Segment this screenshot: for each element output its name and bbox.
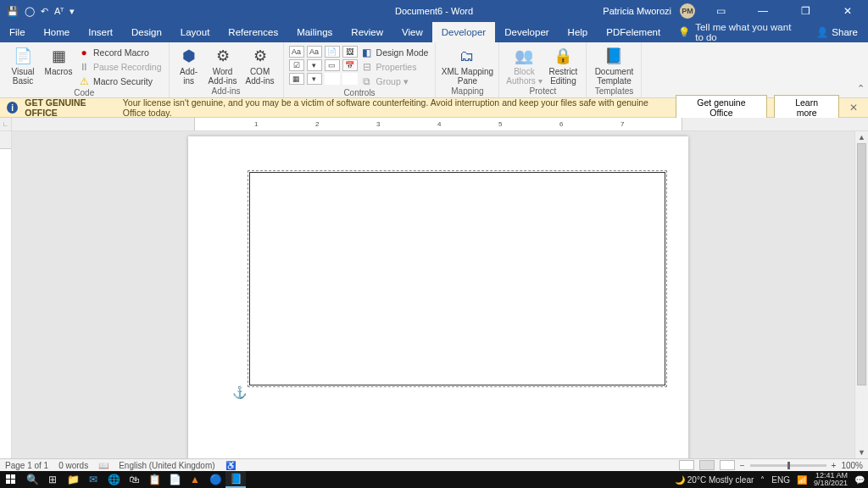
share-icon: 👤 [816,26,828,38]
pause-recording-label: Pause Recording [93,62,162,72]
tab-review[interactable]: Review [342,22,392,42]
properties-label: Properties [376,62,417,72]
addins-icon: ⬢ [179,46,199,66]
read-mode-button[interactable] [679,460,694,470]
macros-button[interactable]: ▦ Macros [42,44,75,76]
share-label: Share [832,27,858,37]
record-macro-label: Record Macro [93,47,149,58]
language-status[interactable]: English (United Kingdom) [119,461,214,470]
zoom-slider[interactable] [750,464,826,467]
user-name[interactable]: Patricia Mworozi [603,6,671,16]
record-icon: ● [78,47,90,58]
text-box-control[interactable] [248,170,667,387]
page[interactable]: ⚓ [188,136,688,458]
input-language[interactable]: ENG [771,475,790,485]
scroll-thumb[interactable] [857,143,866,385]
start-button[interactable] [0,474,22,485]
task-view-icon[interactable]: ⊞ [42,471,63,488]
store-icon[interactable]: 🛍 [124,471,144,488]
close-button[interactable]: ✕ [831,0,865,22]
minimize-button[interactable]: ― [746,0,780,22]
scroll-down-icon[interactable]: ▼ [855,446,868,458]
svg-rect-0 [6,474,10,479]
status-bar: Page 1 of 1 0 words 📖 English (United Ki… [0,458,868,471]
page-count[interactable]: Page 1 of 1 [5,461,48,470]
tab-help[interactable]: Help [559,22,598,42]
document-title: Document6 - Word [395,6,473,16]
dismiss-warning-button[interactable]: ✕ [846,102,861,114]
vlc-icon[interactable]: ▲ [185,471,205,488]
record-macro-button[interactable]: ●Record Macro [76,46,164,59]
word-count[interactable]: 0 words [58,461,88,470]
tab-view[interactable]: View [392,22,432,42]
vertical-ruler[interactable] [0,131,12,458]
app-icon-1[interactable]: 📋 [144,471,164,488]
tab-developer-2[interactable]: Developer [495,22,558,42]
system-clock[interactable]: 12:41 AM 9/18/2021 [814,472,848,487]
collapse-ribbon-button[interactable]: ⌃ [853,42,868,97]
document-template-label: Document Template [595,67,634,86]
tab-file[interactable]: File [0,22,35,42]
touch-mode-icon[interactable]: Aᵀ [54,6,64,17]
web-layout-button[interactable] [720,460,735,470]
accessibility-icon[interactable]: ♿ [225,461,236,470]
user-avatar[interactable]: PM [680,3,695,19]
get-genuine-button[interactable]: Get genuine Office [676,95,768,120]
tab-developer[interactable]: Developer [432,22,495,42]
tab-references[interactable]: References [219,22,287,42]
anchor-icon: ⚓ [232,385,247,399]
horizontal-ruler[interactable]: 1 2 3 4 5 6 7 [12,118,868,130]
tab-home[interactable]: Home [35,22,80,42]
tray-chevron-icon[interactable]: ˄ [760,475,765,485]
scroll-up-icon[interactable]: ▲ [855,131,868,143]
tab-layout[interactable]: Layout [171,22,220,42]
macros-label: Macros [45,67,73,76]
share-button[interactable]: 👤 Share [806,22,868,42]
word-taskbar-icon[interactable]: 📘 [225,471,246,488]
document-canvas[interactable]: ⚓ [12,131,854,458]
vertical-scrollbar[interactable]: ▲ ▼ [854,131,868,458]
design-mode-button[interactable]: ◧Design Mode [359,46,431,59]
chrome-icon[interactable]: 🔵 [205,471,225,488]
pause-icon: ⏸ [78,61,90,73]
com-addins-button[interactable]: ⚙COM Add-ins [242,44,278,86]
xml-mapping-button[interactable]: 🗂XML Mapping Pane [441,44,493,86]
tab-mailings[interactable]: Mailings [287,22,342,42]
tab-pdfelement[interactable]: PDFelement [597,22,670,42]
macro-security-button[interactable]: ⚠Macro Security [76,75,164,88]
save-icon[interactable]: 💾 [7,6,19,17]
weather-widget[interactable]: 🌙 20°C Mostly clear [675,475,754,485]
search-icon[interactable]: 🔍 [22,471,42,488]
visual-basic-button[interactable]: 📄 Visual Basic [5,44,41,86]
undo-icon[interactable]: ↶ [41,6,48,17]
control-gallery[interactable]: AaAa📄🖼 ☑▾▭📅 ▦▾ [289,44,358,85]
file-explorer-icon[interactable]: 📁 [63,471,83,488]
restrict-editing-button[interactable]: 🔒Restrict Editing [545,44,581,86]
tell-me-search[interactable]: 💡 Tell me what you want to do [670,22,806,42]
ribbon-display-options-icon[interactable]: ▭ [704,0,737,22]
spellcheck-icon[interactable]: 📖 [98,461,108,470]
customize-qat-icon[interactable]: ▾ [70,6,75,17]
title-bar: 💾 ◯ ↶ Aᵀ ▾ Document6 - Word Patricia Mwo… [0,0,868,22]
zoom-out-button[interactable]: − [740,461,745,470]
tab-insert[interactable]: Insert [79,22,122,42]
document-template-button[interactable]: 📘Document Template [592,44,636,86]
word-addins-button[interactable]: ⚙Word Add-ins [205,44,241,86]
app-icon-2[interactable]: 📄 [164,471,185,488]
tell-me-label: Tell me what you want to do [695,22,798,42]
print-layout-button[interactable] [699,460,715,470]
editing-area: ⚓ ▲ ▼ [0,131,868,458]
addins-button[interactable]: ⬢Add- ins [175,44,203,86]
group-label: Group ▾ [376,76,409,86]
learn-more-button[interactable]: Learn more [774,95,839,120]
edge-icon[interactable]: 🌐 [103,471,124,488]
tab-design[interactable]: Design [122,22,171,42]
notifications-icon[interactable]: 💬 [854,475,865,485]
zoom-in-button[interactable]: + [832,461,837,470]
com-addins-icon: ⚙ [250,46,270,66]
wifi-icon[interactable]: 📶 [797,475,807,485]
autosave-icon[interactable]: ◯ [25,6,35,17]
zoom-level[interactable]: 100% [841,461,863,470]
maximize-button[interactable]: ❐ [788,0,822,22]
mail-icon[interactable]: ✉ [83,471,103,488]
